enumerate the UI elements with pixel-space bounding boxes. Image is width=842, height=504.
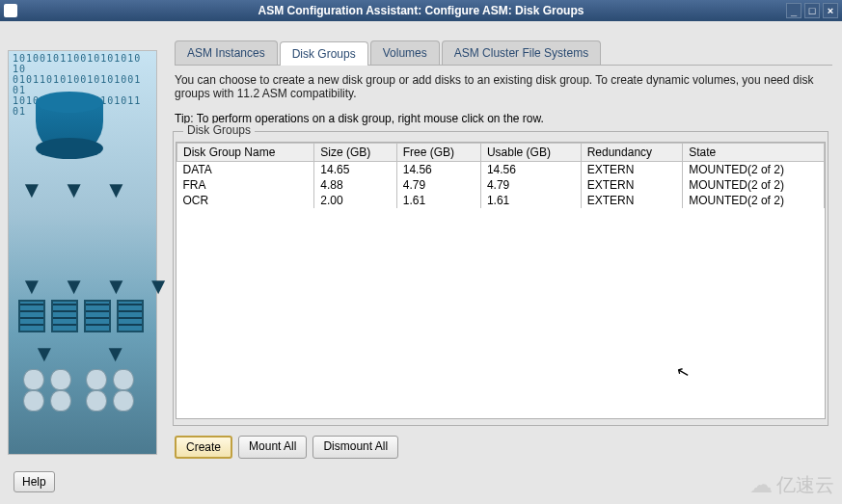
cell: EXTERN	[581, 177, 683, 193]
arrows-3: ▼▼	[33, 340, 127, 367]
dismount-all-button[interactable]: Dismount All	[312, 436, 398, 459]
cell: FRA	[177, 177, 314, 193]
cell: 4.79	[396, 177, 480, 193]
cell: 2.00	[314, 193, 396, 208]
cell: 4.88	[314, 177, 396, 193]
arrows-1: ▼▼▼	[20, 176, 127, 203]
cell: 4.79	[480, 177, 581, 193]
cell: OCR	[177, 193, 314, 208]
cell: 14.56	[480, 162, 581, 178]
table-scroll[interactable]: Disk Group Name Size (GB) Free (GB) Usab…	[176, 142, 826, 419]
stack-row	[18, 300, 144, 332]
cell: MOUNTED(2 of 2)	[683, 193, 825, 208]
cell: 1.61	[396, 193, 480, 208]
tabs: ASM Instances Disk Groups Volumes ASM Cl…	[175, 40, 832, 66]
minimize-button[interactable]: _	[786, 3, 801, 18]
watermark-label: 亿速云	[776, 472, 834, 498]
arrows-2: ▼▼▼▼	[20, 273, 170, 300]
window-controls: _ □ ×	[786, 3, 838, 18]
button-row: Create Mount All Dismount All	[175, 436, 832, 459]
cyl-row-2	[86, 369, 134, 390]
tab-disk-groups[interactable]: Disk Groups	[280, 41, 368, 66]
main-content: ASM Instances Disk Groups Volumes ASM Cl…	[165, 21, 842, 504]
cyl-row-1	[23, 369, 71, 390]
disk-graphic	[36, 92, 103, 159]
table-header-row: Disk Group Name Size (GB) Free (GB) Usab…	[177, 144, 825, 162]
cell: MOUNTED(2 of 2)	[683, 162, 825, 178]
disk-groups-fieldset: Disk Groups Disk Group Name Size (GB) Fr…	[173, 131, 828, 426]
col-free[interactable]: Free (GB)	[396, 144, 480, 162]
table-row[interactable]: FRA 4.88 4.79 4.79 EXTERN MOUNTED(2 of 2…	[177, 177, 825, 193]
fieldset-legend: Disk Groups	[183, 123, 255, 137]
cyl-row-4	[86, 390, 134, 411]
tip-text: Tip: To perform operations on a disk gro…	[175, 112, 832, 125]
cell: 1.61	[480, 193, 581, 208]
cell: EXTERN	[581, 193, 683, 208]
sidebar-decoration: 1010010110010101010100101101010010101001…	[8, 50, 157, 455]
cell: EXTERN	[581, 162, 683, 178]
col-size[interactable]: Size (GB)	[314, 144, 396, 162]
cell: DATA	[177, 162, 314, 178]
tab-volumes[interactable]: Volumes	[370, 40, 440, 65]
cloud-icon: ☁	[749, 471, 773, 498]
watermark: ☁ 亿速云	[749, 471, 834, 498]
help-button[interactable]: Help	[14, 471, 55, 492]
window-title: ASM Configuration Assistant: Configure A…	[258, 4, 584, 17]
cell: 14.65	[314, 162, 396, 178]
cell: MOUNTED(2 of 2)	[683, 177, 825, 193]
maximize-button[interactable]: □	[804, 3, 820, 18]
tab-asm-cluster-fs[interactable]: ASM Cluster File Systems	[442, 40, 601, 65]
col-redundancy[interactable]: Redundancy	[581, 144, 683, 162]
table-row[interactable]: DATA 14.65 14.56 14.56 EXTERN MOUNTED(2 …	[177, 162, 825, 178]
table-row[interactable]: OCR 2.00 1.61 1.61 EXTERN MOUNTED(2 of 2…	[177, 193, 825, 208]
description-text: You can choose to create a new disk grou…	[175, 73, 832, 100]
disk-groups-table: Disk Group Name Size (GB) Free (GB) Usab…	[177, 143, 825, 208]
create-button[interactable]: Create	[175, 436, 232, 459]
cyl-row-3	[23, 390, 71, 411]
col-name[interactable]: Disk Group Name	[177, 144, 314, 162]
tab-asm-instances[interactable]: ASM Instances	[175, 40, 278, 65]
mount-all-button[interactable]: Mount All	[238, 436, 307, 459]
app-icon	[4, 4, 17, 17]
title-bar: ASM Configuration Assistant: Configure A…	[0, 0, 842, 21]
cell: 14.56	[396, 162, 480, 178]
col-usable[interactable]: Usable (GB)	[480, 144, 581, 162]
close-button[interactable]: ×	[823, 3, 838, 18]
col-state[interactable]: State	[683, 144, 825, 162]
